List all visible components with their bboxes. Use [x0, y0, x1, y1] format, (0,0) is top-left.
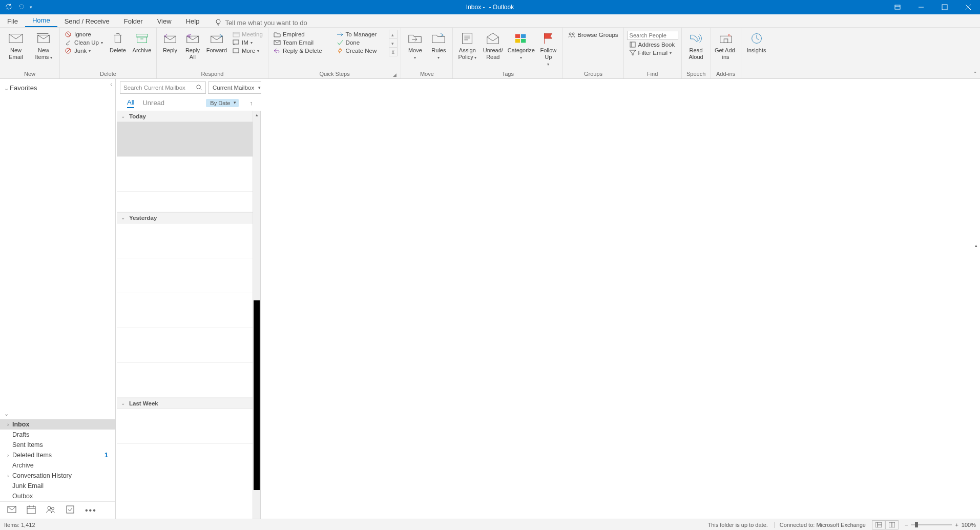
- message-item[interactable]: [117, 223, 253, 258]
- qs-done[interactable]: Done: [335, 39, 379, 46]
- message-item[interactable]: [117, 122, 253, 157]
- message-item[interactable]: [117, 293, 253, 328]
- more-respond-button[interactable]: More ▾: [231, 47, 265, 54]
- sort-direction-icon[interactable]: ↑: [250, 100, 256, 106]
- collapse-nav-icon[interactable]: ‹: [110, 81, 112, 87]
- ribbon-display-button[interactable]: [886, 0, 909, 14]
- message-item[interactable]: [117, 258, 253, 293]
- tasks-nav-icon[interactable]: [66, 505, 75, 516]
- quicksteps-launcher-icon[interactable]: ◢: [392, 72, 398, 78]
- ribbon-group-respond: Reply Reply All Forward Meeting IM ▾ Mor…: [157, 28, 268, 78]
- zoom-track[interactable]: [911, 524, 952, 525]
- nav-switcher: •••: [0, 501, 115, 519]
- view-normal-button[interactable]: [872, 520, 885, 529]
- message-item[interactable]: [117, 409, 253, 444]
- assign-policy-button[interactable]: Assign Policy ▾: [456, 30, 478, 60]
- filter-all-tab[interactable]: All: [127, 98, 134, 108]
- qat-dropdown-icon[interactable]: ▾: [30, 5, 32, 10]
- folder-deleted-items[interactable]: ›Deleted Items1: [0, 450, 115, 460]
- qs-empired[interactable]: Empired: [272, 31, 324, 38]
- calendar-nav-icon[interactable]: [27, 505, 36, 516]
- qs-create-new[interactable]: Create New: [335, 47, 379, 54]
- reading-scrollbar[interactable]: ▴: [972, 243, 980, 519]
- maximize-button[interactable]: [933, 0, 956, 14]
- move-button[interactable]: Move▾: [404, 30, 426, 60]
- followup-button[interactable]: Follow Up▾: [537, 30, 559, 68]
- search-scope-dropdown[interactable]: Current Mailbox: [208, 81, 264, 94]
- browse-groups-button[interactable]: Browse Groups: [566, 30, 620, 38]
- scroll-up-icon[interactable]: ▴: [972, 243, 980, 251]
- reply-button[interactable]: Reply: [160, 30, 180, 54]
- undo-icon[interactable]: [17, 3, 25, 12]
- nav-more-icon[interactable]: •••: [85, 506, 97, 515]
- message-item[interactable]: [117, 328, 253, 363]
- group-header-today[interactable]: Today: [117, 111, 253, 122]
- ribbon-group-groups: Browse Groups Groups: [563, 28, 623, 78]
- sync-icon[interactable]: [5, 3, 12, 12]
- account-expand-icon[interactable]: ⌄: [0, 409, 115, 419]
- filter-unread-tab[interactable]: Unread: [142, 99, 164, 108]
- mail-nav-icon[interactable]: [7, 505, 16, 516]
- close-button[interactable]: [956, 0, 980, 14]
- broom-icon: [65, 39, 72, 46]
- new-email-button[interactable]: New Email: [3, 30, 29, 60]
- qs-team-email[interactable]: Team Email: [272, 39, 324, 46]
- folder-sent-items[interactable]: Sent Items: [0, 440, 115, 450]
- zoom-in-icon[interactable]: +: [955, 522, 958, 528]
- address-book-button[interactable]: Address Book: [627, 41, 678, 48]
- message-item[interactable]: [117, 157, 253, 192]
- message-item[interactable]: [117, 192, 253, 212]
- group-header-lastweek[interactable]: Last Week: [117, 398, 253, 409]
- tell-me-search[interactable]: Tell me what you want to do: [206, 18, 307, 27]
- people-nav-icon[interactable]: [46, 505, 55, 516]
- reply-all-button[interactable]: Reply All: [182, 30, 203, 60]
- im-button[interactable]: IM ▾: [231, 39, 265, 46]
- tab-help[interactable]: Help: [179, 15, 207, 27]
- group-header-yesterday[interactable]: Yesterday: [117, 212, 253, 223]
- folder-drafts[interactable]: Drafts: [0, 430, 115, 440]
- get-addins-button[interactable]: Get Add-ins: [714, 30, 738, 60]
- tab-folder[interactable]: Folder: [117, 15, 150, 27]
- folder-conversation-history[interactable]: ›Conversation History: [0, 471, 115, 481]
- scroll-thumb[interactable]: [254, 300, 260, 490]
- search-people-input[interactable]: [627, 31, 678, 40]
- qs-scroll-up-icon[interactable]: ▴: [389, 31, 397, 39]
- collapse-ribbon-icon[interactable]: ⌃: [973, 71, 977, 76]
- delete-button[interactable]: Delete: [107, 30, 129, 54]
- folder-archive[interactable]: Archive: [0, 460, 115, 471]
- junk-button[interactable]: Junk ▾: [63, 47, 105, 54]
- view-reading-button[interactable]: [885, 520, 899, 529]
- qs-scroll-down-icon[interactable]: ▾: [389, 40, 397, 48]
- categorize-button[interactable]: Categorize▾: [507, 30, 535, 60]
- tab-send-receive[interactable]: Send / Receive: [57, 15, 117, 27]
- ignore-button[interactable]: Ignore: [63, 31, 105, 38]
- filter-email-button[interactable]: Filter Email ▾: [627, 49, 678, 56]
- folder-junk-email[interactable]: Junk Email: [0, 481, 115, 491]
- rules-button[interactable]: Rules▾: [428, 30, 449, 60]
- read-aloud-button[interactable]: Read Aloud: [685, 30, 707, 60]
- unread-read-button[interactable]: Unread/ Read: [481, 30, 505, 60]
- sort-by-date-dropdown[interactable]: By Date: [206, 99, 238, 107]
- zoom-slider[interactable]: − + 100%: [905, 522, 976, 528]
- scroll-up-icon[interactable]: ▴: [253, 111, 260, 119]
- tab-file[interactable]: File: [0, 15, 25, 27]
- tab-view[interactable]: View: [150, 15, 179, 27]
- search-mailbox-input[interactable]: Search Current Mailbox: [120, 81, 206, 94]
- qs-to-manager[interactable]: To Manager: [335, 31, 379, 38]
- folder-outbox[interactable]: Outbox: [0, 491, 115, 501]
- minimize-button[interactable]: [909, 0, 933, 14]
- favorites-header[interactable]: Favorites: [0, 79, 115, 94]
- message-item[interactable]: [117, 363, 253, 398]
- archive-button[interactable]: Archive: [131, 30, 153, 54]
- forward-button[interactable]: Forward: [205, 30, 228, 54]
- insights-button[interactable]: Insights: [744, 30, 769, 54]
- cleanup-button[interactable]: Clean Up ▾: [63, 39, 105, 46]
- meeting-button[interactable]: Meeting: [231, 31, 265, 38]
- folder-inbox[interactable]: ›Inbox: [0, 419, 115, 430]
- qs-expand-icon[interactable]: ⊻: [389, 49, 397, 56]
- new-items-button[interactable]: New Items ▾: [31, 30, 56, 60]
- message-list-scrollbar[interactable]: ▴: [253, 111, 260, 519]
- tab-home[interactable]: Home: [25, 14, 57, 27]
- qs-reply-delete[interactable]: Reply & Delete: [272, 47, 324, 54]
- zoom-out-icon[interactable]: −: [905, 522, 908, 528]
